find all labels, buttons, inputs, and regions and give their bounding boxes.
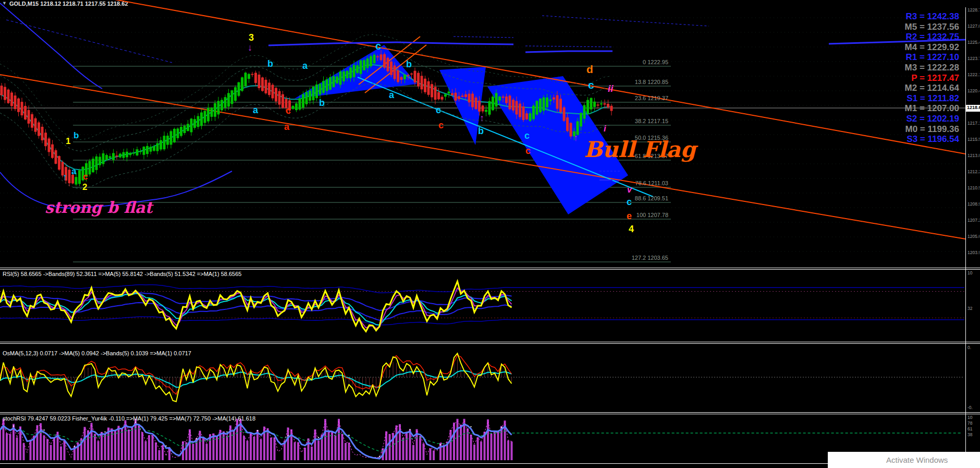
price-scale-divider[interactable] <box>965 7 966 464</box>
price-tick: 1203.9 <box>967 250 979 255</box>
price-tick: 1205.6 <box>967 234 979 239</box>
fib-level-label: 38.2 1217.15 <box>590 118 668 124</box>
wave-label-b: b <box>267 59 273 68</box>
wave-label-c: c <box>375 41 381 51</box>
wave-label-c: c <box>627 197 632 207</box>
current-price-box: 1218.6 <box>966 105 980 112</box>
price-tick: 1212.2 <box>967 169 979 174</box>
price-tick: 1220.4 <box>967 88 979 93</box>
bull-flag-annotation: Bull Flag <box>584 139 696 161</box>
wave-label-d: d <box>586 64 593 75</box>
pivot-row-r1: R1 = 1227.10 <box>860 52 959 63</box>
panel-separator[interactable] <box>0 343 980 344</box>
stochrsi-header: stochRSI 79.4247 59.0223 Fisher_Yur4ik -… <box>3 415 255 422</box>
wave-label-c: c <box>438 121 444 130</box>
price-tick: 1213.8 <box>967 153 979 158</box>
wave-label-4: 4 <box>629 224 634 234</box>
wave-label-a: a <box>284 122 289 131</box>
wave-arrow-marker: ↓ <box>248 43 252 52</box>
activate-windows-watermark: Activate Windows <box>828 452 980 468</box>
pivot-row-s2: S2 = 1202.19 <box>860 114 959 124</box>
pivot-row-r3: R3 = 1242.38 <box>860 11 959 22</box>
fib-level-label: 13.8 1220.85 <box>590 79 668 85</box>
pivot-row-r2: R2 = 1232.75 <box>860 32 959 42</box>
price-tick: 1228.7 <box>967 7 979 13</box>
wave-label-a: a <box>71 167 76 176</box>
wave-label-a: a <box>389 90 394 100</box>
panel-separator[interactable] <box>0 414 980 414</box>
price-tick: 1208.9 <box>967 201 979 207</box>
rsi-panel-canvas[interactable] <box>0 270 965 341</box>
activate-windows-text: Activate Windows <box>828 452 980 464</box>
wave-label-c: c <box>83 172 88 181</box>
price-tick: 1222.1 <box>967 72 979 77</box>
fib-level-label: 127.2 1203.65 <box>590 255 668 261</box>
pivot-row-m3: M3 = 1222.28 <box>860 63 959 73</box>
stoch-scale-tick: 10 <box>967 415 979 420</box>
wave-label-1: 1 <box>66 137 70 146</box>
wave-arrow-marker: ↑ <box>63 172 67 182</box>
price-tick: 1227.0 <box>967 23 979 29</box>
wave-label-c: c <box>525 146 531 155</box>
price-tick: 1225.4 <box>967 40 979 45</box>
pivot-row-p: P = 1217.47 <box>860 73 959 83</box>
rsi-scale-tick: 32 <box>967 306 979 311</box>
panel-separator[interactable] <box>0 342 980 342</box>
mt4-chart-window: ▼ GOLD,M15 1218.12 1218.71 1217.55 1218.… <box>0 0 980 468</box>
pivot-row-m4: M4 = 1229.92 <box>860 42 959 53</box>
wave-label-c: c <box>588 79 594 90</box>
wave-label-b: b <box>319 98 325 107</box>
price-tick: 1217.1 <box>967 121 979 126</box>
wave-label-3: 3 <box>249 33 254 42</box>
strong-b-flat-annotation: strong b flat <box>45 200 152 215</box>
pivot-row-m5: M5 = 1237.56 <box>860 22 959 32</box>
wave-label-v: v <box>627 186 632 194</box>
osma-scale-tick: -0. <box>967 405 979 410</box>
wave-label-a: a <box>253 105 258 115</box>
wave-label-b: b <box>406 59 412 69</box>
wave-arrow-marker: ↑ <box>480 113 484 123</box>
pivot-row-s3: S3 = 1196.54 <box>860 134 959 145</box>
price-tick: 1210.5 <box>967 185 979 190</box>
stoch-scale-tick: 78 <box>967 421 979 426</box>
wave-label-i: i <box>604 124 606 133</box>
wave-label-c: c <box>286 106 291 115</box>
osma-header: OsMA(5,12,3) 0.0717 ->MA(5) 0.0942 ->Ban… <box>3 350 191 356</box>
wave-label-b: b <box>74 131 79 140</box>
price-tick: 1223.7 <box>967 56 979 61</box>
price-tick: 1207.2 <box>967 218 979 223</box>
rsi-scale-tick: 10 <box>967 270 979 275</box>
panel-separator[interactable] <box>0 269 980 270</box>
stoch-scale-tick: 61 <box>967 426 979 431</box>
osma-scale-tick: 0. <box>967 345 979 350</box>
wave-arrow-marker: ↑ <box>573 133 578 142</box>
wave-label-a: a <box>302 61 308 70</box>
wave-label-e: e <box>627 211 632 221</box>
wave-label-b: b <box>478 126 484 136</box>
wave-label-c: c <box>524 131 530 140</box>
panel-separator[interactable] <box>0 268 980 268</box>
pivot-row-m0: M0 = 1199.36 <box>860 124 959 135</box>
rsi-header: RSI(5) 58.6565 ->Bands(89) 52.3611 =>MA(… <box>3 271 241 277</box>
pivot-row-m1: M1 = 1207.00 <box>860 103 959 114</box>
pivot-row-m2: M2 = 1214.64 <box>860 83 959 93</box>
pivot-row-s1: S1 = 1211.82 <box>860 93 959 104</box>
wave-label-ii: ii <box>608 83 614 93</box>
fib-level-label: 0 1222.95 <box>590 59 668 65</box>
wave-label-2: 2 <box>82 183 87 191</box>
price-tick: 1215.5 <box>967 137 979 142</box>
fib-level-label: 23.6 1219.37 <box>590 95 668 101</box>
stoch-scale-tick: 38 <box>967 432 979 437</box>
wave-label-c: c <box>436 105 441 115</box>
panel-separator[interactable] <box>0 412 980 413</box>
